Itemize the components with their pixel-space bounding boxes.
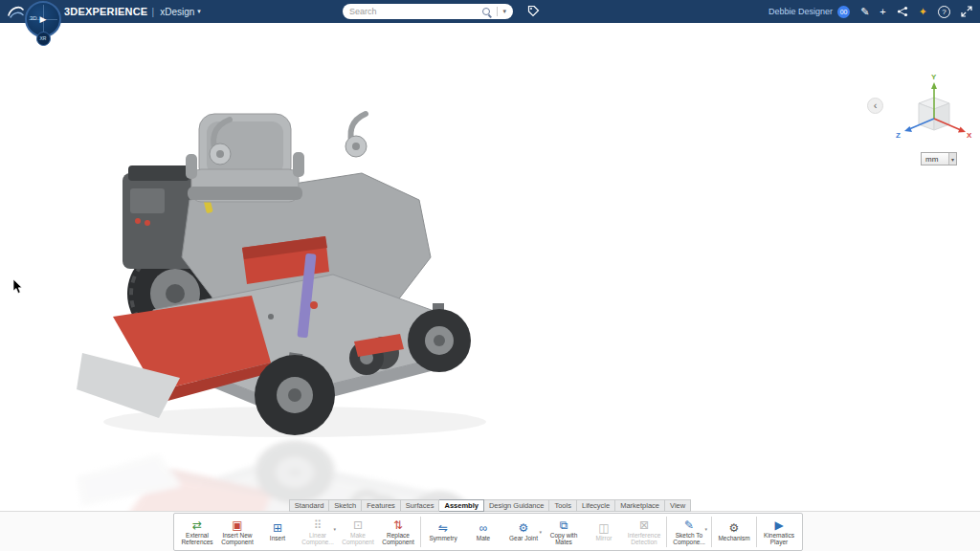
tool-linear-component-pattern[interactable]: ⠿ ▾ Linear Compone...: [298, 519, 338, 545]
chevron-down-icon[interactable]: ▾: [333, 526, 336, 532]
triad-x-label[interactable]: X: [967, 131, 972, 140]
mower-model[interactable]: [75, 66, 505, 544]
brand-divider: |: [151, 7, 154, 17]
tool-interference-detection[interactable]: ⊠ Interference Detection: [624, 519, 664, 545]
search-chevron-icon[interactable]: ▾: [502, 8, 506, 15]
replace-component-icon: ⇅: [393, 519, 403, 532]
make-component-icon: ⊡: [353, 519, 363, 532]
search-bar[interactable]: ▾: [343, 4, 513, 19]
compass[interactable]: 3D ▶ XR: [23, 1, 63, 46]
tab-marketplace[interactable]: Marketplace: [615, 499, 665, 512]
mouse-cursor: [12, 279, 24, 295]
tool-insert[interactable]: ⊞ Insert: [257, 522, 298, 541]
kinematics-player-icon: ▶: [774, 519, 783, 532]
add-icon[interactable]: +: [880, 7, 885, 17]
topbar-right-cluster: Debbie Designer 00 ✎ + ✦ ?: [768, 0, 972, 23]
assembly-toolbox: ⇄ External References ▣ Insert New Compo…: [173, 513, 803, 551]
compass-xr-badge[interactable]: XR: [36, 32, 51, 46]
tab-assembly[interactable]: Assembly: [439, 499, 483, 512]
sketch-to-component-icon: ✎: [684, 519, 694, 532]
chevron-down-icon[interactable]: ▾: [704, 526, 707, 532]
tool-mechanism[interactable]: ⚙ Mechanism: [714, 522, 754, 541]
toolbar-separator: [711, 517, 712, 547]
tab-view[interactable]: View: [665, 499, 691, 512]
tool-gear-joint[interactable]: ⚙ ▾ Gear Joint: [503, 522, 544, 541]
toolbar-separator: [420, 517, 421, 547]
share-icon[interactable]: [897, 6, 908, 17]
toolbar-separator: [756, 517, 757, 547]
tool-label: Insert New Component: [218, 532, 257, 545]
interference-detection-icon: ⊠: [639, 519, 649, 532]
tool-label: Symmetry: [424, 535, 463, 541]
tool-mate[interactable]: ∞ Mate: [463, 522, 503, 541]
tool-label: Gear Joint: [504, 535, 544, 541]
tool-mirror[interactable]: ◫ Mirror: [584, 522, 624, 541]
tool-label: Mate: [464, 535, 503, 541]
search-input[interactable]: [349, 7, 482, 16]
mirror-icon: ◫: [598, 522, 609, 535]
tool-external-references[interactable]: ⇄ External References: [177, 519, 217, 545]
fullscreen-icon[interactable]: [961, 6, 972, 17]
insert-new-component-icon: ▣: [232, 519, 242, 532]
external-references-icon: ⇄: [192, 519, 202, 532]
user-name[interactable]: Debbie Designer: [768, 7, 833, 16]
tool-label: Mirror: [585, 535, 624, 541]
compass-3d-label: 3D: [30, 15, 37, 21]
tool-symmetry[interactable]: ⇋ Symmetry: [423, 522, 463, 541]
brand-title: 3DEXPERIENCE|: [64, 6, 160, 17]
triad-y-label[interactable]: Y: [931, 73, 937, 81]
tool-label: External References: [178, 532, 217, 545]
ribbon-tabs: Standard Sketch Features Surfaces Assemb…: [0, 499, 980, 512]
tool-label: Sketch To Compone...: [670, 532, 709, 545]
linear-pattern-icon: ⠿: [314, 519, 323, 532]
tool-label: Interference Detection: [625, 532, 664, 545]
tab-features[interactable]: Features: [362, 499, 401, 512]
pen-icon[interactable]: ✎: [860, 7, 869, 17]
tool-label: Replace Component: [379, 532, 418, 545]
insert-icon: ⊞: [273, 522, 282, 535]
tool-insert-new-component[interactable]: ▣ Insert New Component: [217, 519, 257, 545]
chevron-down-icon: ▾: [197, 8, 201, 15]
tab-design-guidance[interactable]: Design Guidance: [484, 499, 550, 512]
triad-z-label[interactable]: Z: [896, 131, 901, 140]
tab-tools[interactable]: Tools: [549, 499, 577, 512]
tab-sketch[interactable]: Sketch: [329, 499, 362, 512]
play-icon[interactable]: ▶: [40, 14, 47, 24]
tag-icon[interactable]: [527, 5, 540, 17]
help-icon[interactable]: ?: [938, 6, 950, 18]
tool-label: Mechanism: [715, 535, 754, 541]
tool-replace-component[interactable]: ⇅ Replace Component: [378, 519, 418, 545]
app-switcher[interactable]: xDesign ▾: [160, 7, 201, 17]
tab-surfaces[interactable]: Surfaces: [401, 499, 440, 512]
tool-label: Copy with Mates: [545, 532, 584, 545]
tab-standard[interactable]: Standard: [289, 499, 329, 512]
copy-with-mates-icon: ⧉: [560, 519, 568, 532]
search-divider: [497, 7, 498, 16]
user-badge[interactable]: 00: [837, 6, 850, 18]
symmetry-icon: ⇋: [438, 522, 448, 535]
tool-label: Linear Compone...: [299, 532, 338, 545]
app-name: xDesign: [160, 7, 194, 17]
swym-icon[interactable]: ✦: [919, 7, 927, 17]
collapse-panel-button[interactable]: ‹: [867, 98, 883, 114]
search-icon[interactable]: [482, 8, 490, 15]
tool-kinematics-player[interactable]: ▶ Kinematics Player: [759, 519, 799, 545]
action-bar: ⇄ External References ▣ Insert New Compo…: [0, 511, 980, 551]
tool-sketch-to-component[interactable]: ✎ ▾ Sketch To Compone...: [669, 519, 709, 545]
toolbar-separator: [666, 517, 667, 547]
mate-icon: ∞: [479, 522, 488, 535]
chevron-down-icon: ▾: [948, 153, 956, 165]
tool-copy-with-mates[interactable]: ⧉ Copy with Mates: [544, 519, 584, 545]
units-dropdown[interactable]: mm ▾: [921, 152, 957, 165]
tool-label: Make Component: [339, 532, 378, 545]
units-value: mm: [925, 155, 938, 164]
tool-label: Kinematics Player: [760, 532, 799, 545]
view-triad[interactable]: Y X Z: [894, 71, 974, 151]
tool-make-component[interactable]: ⊡ Make Component: [338, 519, 378, 545]
gear-joint-icon: ⚙: [519, 522, 529, 535]
tab-lifecycle[interactable]: Lifecycle: [577, 499, 615, 512]
model-viewport[interactable]: ‹ Y X Z mm ▾: [0, 23, 980, 551]
chevron-down-icon[interactable]: ▾: [539, 529, 542, 535]
tool-label: Insert: [258, 535, 298, 541]
top-bar: 3DEXPERIENCE| xDesign ▾ ▾ Debbie Designe…: [0, 0, 980, 23]
